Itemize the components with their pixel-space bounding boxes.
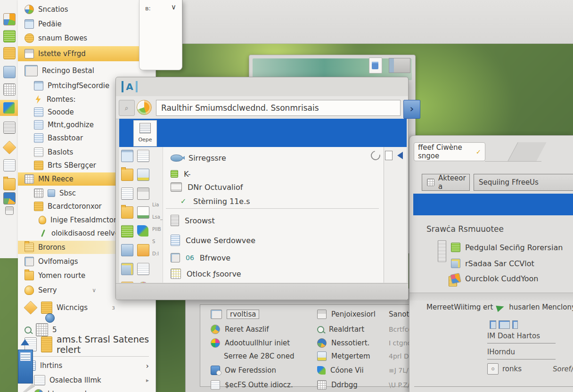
input-field[interactable]: lM Doat Hartos xyxy=(487,332,556,343)
list-item[interactable]: rSadaa Sar CCVlot xyxy=(451,256,534,270)
globe-book-icon[interactable] xyxy=(3,13,16,25)
icon-grid xyxy=(121,150,150,283)
menu-item[interactable]: Pedäie xyxy=(18,17,156,31)
yellow-curve-icon[interactable] xyxy=(3,102,15,114)
list-item-label: Penjoixesiorl xyxy=(331,310,376,318)
scrollbar-thumb[interactable] xyxy=(18,350,33,384)
list-green-icon[interactable] xyxy=(121,225,133,237)
filter-button[interactable]: Akteeor a xyxy=(422,174,470,191)
hat-icon[interactable] xyxy=(137,263,149,275)
menu-item[interactable]: Recingo Bestal xyxy=(18,63,156,78)
list-item[interactable]: Pedgulal Seciñg Rorersian xyxy=(451,240,563,254)
window-icon[interactable] xyxy=(121,150,133,162)
page-icon[interactable] xyxy=(385,151,393,160)
flag-icon[interactable] xyxy=(137,282,149,283)
submenu-arrow: ▸ xyxy=(146,377,149,384)
menu-item[interactable]: Sroowst xyxy=(163,212,384,229)
menu-item[interactable]: Wicncigsɜ xyxy=(18,298,122,317)
orange-box-icon[interactable] xyxy=(137,244,149,256)
blue-box-icon[interactable] xyxy=(121,244,133,256)
green-badge-icon[interactable] xyxy=(3,192,16,204)
doc-blue-icon xyxy=(34,107,43,117)
checkbox-icon[interactable]: o xyxy=(487,363,499,375)
doc-icon[interactable] xyxy=(137,150,149,162)
menu-item-label: K- xyxy=(184,170,191,179)
pen-signature-icon[interactable] xyxy=(3,122,16,134)
folder-icon[interactable] xyxy=(121,169,133,181)
monitor-icon xyxy=(499,320,510,329)
yellow-diamond-icon[interactable] xyxy=(2,140,16,154)
list-item[interactable]: Adootuullhlur iniet xyxy=(211,336,290,350)
scroll-up-arrow[interactable] xyxy=(21,339,29,345)
note-document-icon[interactable] xyxy=(3,159,16,172)
dialog-statusbar xyxy=(116,283,408,300)
quote-icon[interactable] xyxy=(121,188,133,200)
list-item[interactable]: Nessotiert. xyxy=(317,336,369,350)
open-button[interactable]: Oepe xyxy=(133,120,157,147)
hook-icon[interactable] xyxy=(137,225,148,237)
sorting-button[interactable]: Sequiing FfreeUs xyxy=(474,174,573,191)
list-item[interactable]: Cóone Vii xyxy=(317,364,364,377)
menu-item[interactable]: Otlock ƒsoorve xyxy=(163,267,384,281)
list-item[interactable]: Ddrbgg xyxy=(317,378,358,392)
clipboard-icon[interactable] xyxy=(137,188,149,200)
input-field[interactable]: lHorndu xyxy=(487,348,556,359)
footer-row: o ronks Soref/ xyxy=(487,363,573,375)
app-logo-icon: A xyxy=(122,81,138,92)
list-item[interactable]: Ourcblok CuddYoon xyxy=(451,271,539,286)
blue-diamond-icon[interactable] xyxy=(397,152,403,159)
menu-item[interactable]: K- xyxy=(163,167,384,181)
chevron-down-icon[interactable]: ∨ xyxy=(171,3,176,11)
window-controls-icon[interactable] xyxy=(389,58,410,73)
menu-item[interactable]: Serry∨ xyxy=(18,284,103,297)
tab-active[interactable]: ffeef Ciwène sngoe✓ xyxy=(414,142,485,161)
doc-frame-icon xyxy=(317,380,327,390)
list-item[interactable]: Serree Ae 28C oned xyxy=(211,350,294,363)
menu-item[interactable]: Cduwe Serdowvee xyxy=(163,232,384,249)
people-yellow-icon[interactable] xyxy=(3,178,16,190)
refresh-icon[interactable] xyxy=(369,149,382,162)
menu-item-highlighted[interactable]: MN Reece xyxy=(18,172,118,186)
menu-item[interactable]: 06Bfrwove xyxy=(163,251,384,265)
menu-item-label: Baslots xyxy=(48,148,73,156)
list-item[interactable]: $ecFS Outte idiocz. xyxy=(211,378,293,392)
menu-item[interactable]: snaum Bowes xyxy=(18,32,156,45)
orange-square-icon[interactable] xyxy=(121,282,133,283)
menu-item-highlighted[interactable]: Brorons xyxy=(18,241,126,254)
menu-item[interactable]: ✓Stèrniing 11e.s xyxy=(163,194,384,208)
lantern-icon[interactable] xyxy=(137,169,149,181)
list-item[interactable]: Metgertem xyxy=(317,350,370,363)
small-frame-icon[interactable] xyxy=(5,206,14,215)
flash-icon xyxy=(34,95,42,104)
list-item[interactable]: Ow Feredssion xyxy=(211,364,276,377)
menu-item-label: Mtnt,godhize xyxy=(48,121,94,129)
window-button[interactable] xyxy=(369,57,382,74)
menu-item[interactable]: Sirregssre xyxy=(163,151,384,165)
menu-item[interactable]: lhrtins› xyxy=(18,359,156,372)
menu-item[interactable]: Osalecba lllmk▸ xyxy=(18,374,156,387)
folder-icon[interactable] xyxy=(121,206,133,219)
green-tools-icon[interactable] xyxy=(3,30,16,42)
blue-sphere-icon xyxy=(45,313,55,323)
blue-device-icon[interactable] xyxy=(3,66,16,78)
dialog-titlebar[interactable]: A xyxy=(116,77,408,97)
menu-item[interactable]: htwnoa aal xyxy=(18,387,156,392)
chart-icon[interactable] xyxy=(137,206,149,219)
list-item[interactable]: Realdrtart xyxy=(317,323,364,336)
menu-item[interactable]: DNr Octuvaliof xyxy=(163,180,384,194)
list-item-label: Serree Ae 28C oned xyxy=(224,352,294,360)
paint-icon[interactable] xyxy=(121,263,133,275)
address-input[interactable] xyxy=(156,100,401,116)
forward-nav-button[interactable]: › xyxy=(403,100,420,119)
menu-item-highlighted[interactable]: Istette vFfrgdʏ xyxy=(18,46,156,61)
back-button[interactable]: ⌕ xyxy=(119,100,135,116)
top-dropdown[interactable]: ʙ: ∨ xyxy=(139,0,182,70)
list-item[interactable]: Penjoixesiorl xyxy=(317,308,376,321)
calc-folder-icon[interactable] xyxy=(3,47,16,59)
menu-item-label: Brts SBergçer xyxy=(48,161,96,170)
menu-item[interactable]: ams.t Srrasl Satenes relert xyxy=(18,335,156,353)
list-item[interactable]: Reret Aaszlif xyxy=(211,323,269,336)
menu-item[interactable]: Sncatios xyxy=(18,3,156,16)
list-item[interactable]: rvoltisa xyxy=(211,308,259,321)
spreadsheet-icon[interactable] xyxy=(3,83,16,96)
